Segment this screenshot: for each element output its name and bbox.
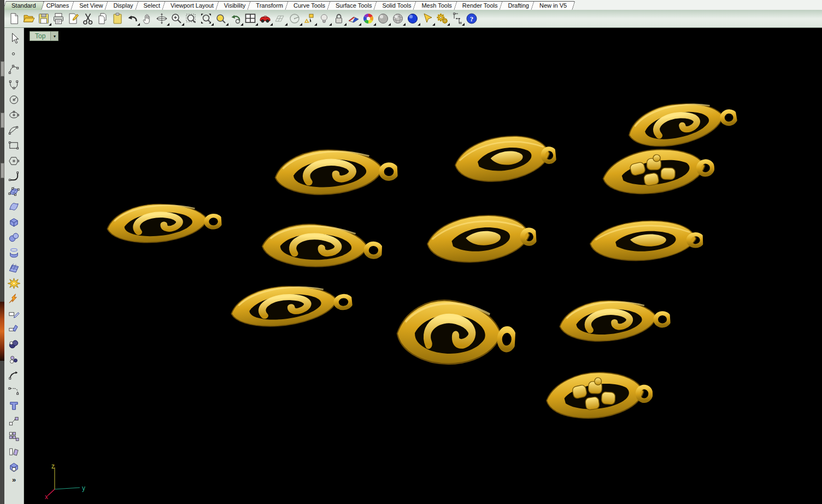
toolbar-viewport-layout-button[interactable] (243, 11, 258, 26)
edge-grip (1, 163, 4, 178)
sidebar-more-tools[interactable]: » (12, 476, 16, 484)
sidebar-point-cloud-button[interactable] (7, 352, 22, 367)
sidebar-surface-control-points-button[interactable] (7, 184, 22, 199)
sidebar-mirror-object-button[interactable] (7, 444, 22, 459)
pendant-clover-12[interactable] (542, 362, 655, 427)
sidebar-explode-button[interactable] (7, 276, 22, 291)
toolbar-dimension-tools-button[interactable] (450, 11, 465, 26)
named-views-car-icon (259, 12, 272, 25)
toolbar-print-button[interactable] (51, 11, 66, 26)
toolbar-lock-objects-button[interactable] (332, 11, 347, 26)
sidebar-solid-spheres-button[interactable] (7, 230, 22, 245)
set-cplane-icon (288, 12, 301, 25)
toolbar-pan-view-button[interactable] (140, 11, 155, 26)
mirror-object-icon (8, 446, 20, 458)
sidebar-select-pointer-button[interactable] (7, 31, 22, 46)
toolbar-new-document-button[interactable] (7, 11, 22, 26)
tab-viewport-layout[interactable]: Viewport Layout (163, 1, 221, 10)
tab-standard[interactable]: Standard (4, 1, 43, 10)
y-axis-line (55, 488, 80, 489)
sidebar-move-object-button[interactable] (7, 413, 22, 429)
viewport-title: Top ▼ (30, 31, 58, 41)
toolbar-open-file-button[interactable] (22, 11, 37, 26)
toolbar-cplane-grid-button[interactable] (273, 11, 287, 26)
interpolate-curve-icon (8, 78, 20, 91)
sidebar-trim-button[interactable] (7, 306, 22, 321)
sidebar-surface-sheet-button[interactable] (7, 199, 22, 214)
toolbar-zoom-window-button[interactable] (184, 11, 199, 26)
toolbar-lamp-off-button[interactable] (317, 11, 332, 26)
toolbar-undo-view-change-button[interactable] (228, 11, 243, 26)
sidebar-fillet-corner-button[interactable] (7, 168, 22, 184)
pendant-swirl-11[interactable] (555, 289, 672, 349)
sidebar-single-point-button[interactable] (7, 46, 22, 61)
solid-spheres-icon (8, 231, 20, 244)
sidebar-ellipse-tool-button[interactable] (7, 107, 22, 122)
sidebar-explode-flash-button[interactable] (7, 291, 22, 306)
tab-transform[interactable]: Transform (249, 1, 290, 10)
toolbar-color-wheel-button[interactable] (361, 11, 376, 26)
tab-curve-tools[interactable]: Curve Tools (286, 1, 332, 10)
toolbar-ghosted-viewport-button[interactable] (391, 11, 406, 26)
toolbar-set-cplane-button[interactable] (287, 11, 302, 26)
zoom-selected-icon (214, 12, 227, 25)
pendant-clover-4[interactable] (597, 137, 717, 203)
sidebar-text-object-button[interactable] (7, 398, 22, 413)
pendant-swirl-5[interactable] (102, 194, 223, 251)
sidebar-solid-cylinder-button[interactable] (7, 245, 22, 260)
text-object-icon (8, 400, 20, 412)
toolbar-copy-button[interactable] (96, 11, 110, 26)
toolbar-options-gears-button[interactable] (435, 11, 450, 26)
tab-new-in-v5[interactable]: New in V5 (532, 1, 574, 10)
y-axis-label: y (82, 484, 85, 492)
sidebar-interpolate-curve-button[interactable] (7, 77, 22, 92)
toolbar-rendered-viewport-button[interactable] (406, 11, 420, 26)
tab-surface-tools[interactable]: Surface Tools (328, 1, 379, 10)
toolbar-save-file-button[interactable] (37, 11, 51, 26)
x-axis-label: x (45, 493, 48, 500)
toolbar-object-snap-button[interactable] (302, 11, 317, 26)
viewport-title-label[interactable]: Top (30, 31, 51, 41)
toolbar-zoom-in-button[interactable] (169, 11, 184, 26)
viewport-canvas[interactable]: Top ▼ z y x (24, 28, 822, 504)
sidebar-arc-tool-button[interactable] (7, 122, 22, 138)
toolbar-cut-button[interactable] (81, 11, 96, 26)
toolbar-shaded-viewport-button[interactable] (376, 11, 391, 26)
tab-solid-tools[interactable]: Solid Tools (375, 1, 418, 10)
toolbar-undo-button[interactable] (125, 11, 140, 26)
pendant-leaf-7[interactable] (422, 206, 538, 271)
toolbar-zoom-extents-button[interactable] (199, 11, 214, 26)
sidebar-fillet-curves-button[interactable] (7, 367, 22, 383)
tab-mesh-tools[interactable]: Mesh Tools (414, 1, 459, 10)
sidebar-boolean-union-button[interactable] (7, 337, 22, 352)
toolbar-named-views-car-button[interactable] (258, 11, 273, 26)
toolbar-layer-wedge-button[interactable] (347, 11, 361, 26)
new-document-icon (8, 12, 21, 25)
toolbar-rotate-view-button[interactable] (155, 11, 169, 26)
toolbar-paste-button[interactable] (110, 11, 125, 26)
pendant-leaf-8[interactable] (586, 214, 703, 267)
pendant-leaf-2[interactable] (449, 126, 558, 191)
sidebar-polygon-tool-button[interactable] (7, 153, 22, 168)
toolbar-help-button[interactable]: ? (465, 11, 479, 26)
sidebar-solid-box-button[interactable] (7, 214, 22, 230)
toolbar-zoom-selected-button[interactable] (214, 11, 228, 26)
toolbar-snap-cursor-button[interactable] (420, 11, 435, 26)
sidebar-copy-array-button[interactable] (7, 429, 22, 444)
toolbar-export-with-notes-button[interactable] (66, 11, 81, 26)
sidebar-rectangle-tool-button[interactable] (7, 138, 22, 153)
tab-bar: StandardCPlanesSet ViewDisplaySelectView… (4, 0, 822, 10)
sidebar-blend-curves-button[interactable] (7, 383, 22, 398)
sidebar-split-button[interactable] (7, 321, 22, 337)
sidebar-surface-patch-button[interactable] (7, 260, 22, 276)
viewport-title-dropdown[interactable]: ▼ (51, 31, 58, 41)
tab-render-tools[interactable]: Render Tools (455, 1, 505, 10)
sidebar-control-point-curve-button[interactable] (7, 61, 22, 77)
sidebar-solid-tools-button[interactable] (7, 459, 22, 474)
pendant-swirl-6[interactable] (258, 215, 383, 274)
pendant-swirl-1[interactable] (270, 139, 398, 203)
tab-label: Select (144, 2, 161, 9)
pendant-swirl-10[interactable] (392, 287, 518, 375)
sidebar-circle-tool-button[interactable] (7, 92, 22, 107)
pendant-swirl-9[interactable] (225, 273, 354, 336)
